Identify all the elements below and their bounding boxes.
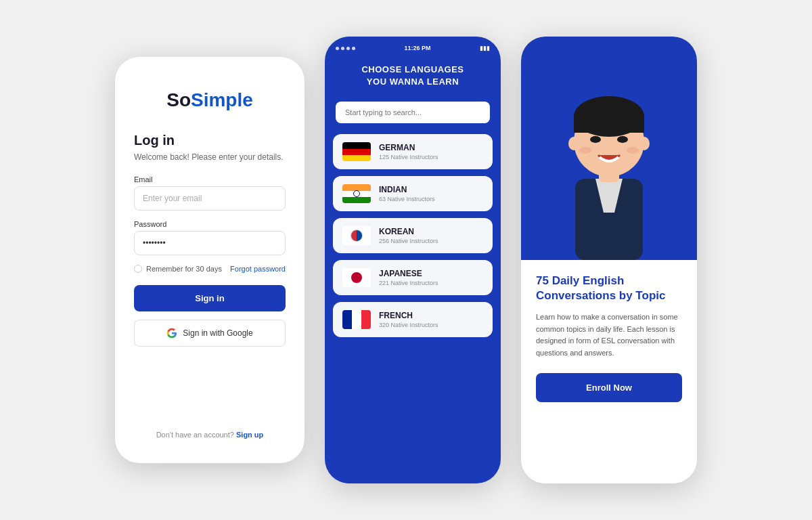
form-options: Remember for 30 days Forgot password [134, 265, 286, 273]
logo-simple: Simple [191, 89, 253, 110]
course-content: 75 Daily English Conversations by Topic … [521, 260, 697, 483]
flag-indian [342, 184, 371, 203]
flag-korean [342, 226, 371, 245]
language-info-french: FRENCH 320 Native Instructors [379, 311, 483, 328]
signup-prompt: Don't have an account? Sign up [156, 404, 264, 439]
google-icon [166, 328, 177, 339]
signal-dot-4 [352, 47, 355, 50]
google-button-label: Sign in with Google [183, 328, 252, 338]
language-item-japanese[interactable]: JAPANESE 221 Native Instructors [333, 260, 493, 295]
status-time: 11:26 PM [404, 45, 430, 51]
language-name-german: GERMAN [379, 143, 483, 152]
enroll-now-button[interactable]: Enroll Now [536, 373, 682, 402]
language-name-japanese: JAPANESE [379, 269, 483, 278]
screens-container: SoSimple Log in Welcome back! Please ent… [115, 37, 697, 483]
language-info-indian: INDIAN 63 Native Instructors [379, 185, 483, 202]
signal-dots [336, 47, 355, 50]
japanese-circle [351, 272, 362, 283]
app-logo: SoSimple [166, 89, 253, 111]
flag-french [342, 310, 371, 329]
language-count-japanese: 221 Native Instructors [379, 280, 483, 286]
course-title: 75 Daily English Conversations by Topic [536, 274, 682, 303]
svg-point-8 [579, 147, 591, 154]
course-description: Learn how to make a conversation in some… [536, 311, 682, 359]
signup-link[interactable]: Sign up [236, 431, 263, 439]
svg-rect-5 [574, 116, 644, 133]
remember-label[interactable]: Remember for 30 days [134, 265, 222, 273]
signal-dot-2 [341, 47, 344, 50]
language-header: CHOOSE LANGUAGES YOU WANNA LEARN [325, 56, 501, 102]
svg-point-11 [639, 137, 650, 150]
svg-point-9 [627, 147, 639, 154]
language-count-indian: 63 Native Instructors [379, 196, 483, 202]
language-info-korean: KOREAN 256 Native Instructors [379, 227, 483, 244]
language-item-french[interactable]: FRENCH 320 Native Instructors [333, 302, 493, 337]
remember-text: Remember for 30 days [146, 265, 222, 273]
remember-checkbox[interactable] [134, 265, 142, 273]
language-item-indian[interactable]: INDIAN 63 Native Instructors [333, 176, 493, 211]
login-subtitle: Welcome back! Please enter your details. [134, 152, 284, 162]
password-input[interactable] [134, 231, 286, 255]
ashoka-wheel [353, 190, 360, 197]
language-search-input[interactable] [336, 102, 490, 123]
language-item-korean[interactable]: KOREAN 256 Native Instructors [333, 218, 493, 253]
language-screen: 11:26 PM ▮▮▮ CHOOSE LANGUAGES YOU WANNA … [325, 37, 501, 483]
korean-taeguk [351, 230, 363, 242]
course-screen: 75 Daily English Conversations by Topic … [521, 37, 697, 483]
status-bar: 11:26 PM ▮▮▮ [325, 37, 501, 56]
password-label: Password [134, 220, 286, 228]
signup-prompt-text: Don't have an account? [156, 431, 234, 439]
forgot-password-link[interactable]: Forgot password [230, 265, 286, 273]
svg-point-6 [590, 136, 601, 143]
flag-german [342, 142, 371, 161]
password-group: Password [134, 220, 286, 255]
language-item-german[interactable]: GERMAN 125 Native Instructors [333, 134, 493, 169]
battery-icon: ▮▮▮ [480, 45, 490, 51]
svg-point-7 [617, 136, 628, 143]
course-header [521, 37, 697, 260]
language-info-german: GERMAN 125 Native Instructors [379, 143, 483, 160]
login-screen: SoSimple Log in Welcome back! Please ent… [115, 57, 304, 463]
email-label: Email [134, 175, 286, 183]
language-count-korean: 256 Native Instructors [379, 238, 483, 244]
language-name-indian: INDIAN [379, 185, 483, 194]
email-group: Email [134, 175, 286, 211]
login-title: Log in [134, 133, 175, 148]
svg-point-10 [568, 137, 579, 150]
language-list: GERMAN 125 Native Instructors INDIAN 63 … [325, 134, 501, 483]
google-signin-button[interactable]: Sign in with Google [134, 320, 286, 347]
language-count-french: 320 Native Instructors [379, 322, 483, 328]
logo-so: So [166, 89, 191, 110]
language-info-japanese: JAPANESE 221 Native Instructors [379, 269, 483, 286]
language-count-german: 125 Native Instructors [379, 154, 483, 160]
character-illustration [535, 43, 683, 260]
signal-dot-1 [336, 47, 339, 50]
flag-japanese [342, 268, 371, 287]
email-input[interactable] [134, 186, 286, 211]
language-name-french: FRENCH [379, 311, 483, 320]
language-title: CHOOSE LANGUAGES YOU WANNA LEARN [338, 64, 487, 88]
signin-button[interactable]: Sign in [134, 285, 286, 311]
signal-dot-3 [346, 47, 350, 50]
language-name-korean: KOREAN [379, 227, 483, 236]
